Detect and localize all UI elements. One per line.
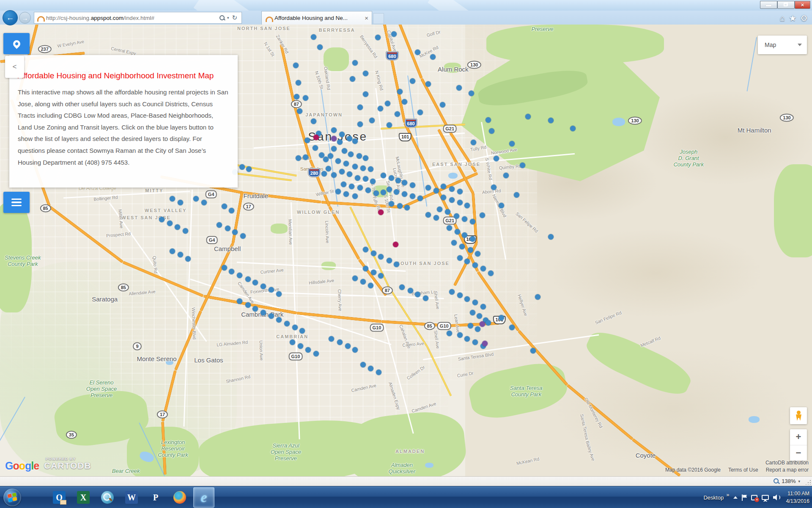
housing-project-dot[interactable] [352,276,358,281]
housing-project-dot[interactable] [357,185,363,190]
volume-speaker-icon[interactable] [773,494,780,500]
housing-project-dot[interactable] [468,323,473,329]
housing-project-dot[interactable] [261,310,266,315]
housing-project-dot[interactable] [304,138,310,143]
housing-project-dot[interactable] [489,128,494,134]
browser-tab[interactable]: Affordable Housing and Ne... × [261,11,372,25]
housing-project-dot[interactable] [464,336,470,342]
housing-project-dot[interactable] [415,292,420,297]
housing-project-dot[interactable] [183,228,188,234]
housing-project-dot[interactable] [475,251,480,257]
housing-project-dot[interactable] [355,175,360,181]
housing-project-dot[interactable] [342,148,347,154]
zoom-caret-icon[interactable]: ▾ [798,479,800,483]
housing-project-dot[interactable] [499,203,504,208]
housing-project-dot[interactable] [331,127,337,133]
home-icon[interactable]: ⌂ [780,14,785,23]
panel-collapse-button[interactable]: < [5,56,24,78]
housing-project-dot[interactable] [509,325,515,330]
housing-project-dot[interactable] [347,136,352,141]
housing-project-dot[interactable] [292,325,298,330]
taskbar-app-outlook[interactable]: O [49,487,70,508]
address-bar[interactable]: http://csj-housing.appspot.com/index.htm… [34,12,242,24]
cartodb-attribution-link[interactable]: CartoDB attribution [665,460,809,466]
housing-project-dot[interactable] [326,166,331,171]
new-tab-button[interactable] [373,13,384,24]
resize-grip[interactable] [806,479,811,485]
housing-project-dot[interactable] [447,225,452,231]
dropbox-tray-icon[interactable] [751,495,757,500]
housing-project-dot[interactable] [368,166,373,172]
housing-project-dot[interactable] [417,110,423,115]
housing-project-dot[interactable] [335,158,341,164]
close-button[interactable]: × [795,1,810,9]
housing-project-dot[interactable] [462,216,467,222]
housing-project-dot[interactable] [193,196,199,202]
tab-close-icon[interactable]: × [365,14,368,22]
forward-button[interactable]: → [19,12,31,24]
housing-project-dot[interactable] [357,105,363,110]
housing-project-dot[interactable] [375,35,381,40]
housing-project-dot[interactable] [464,296,470,302]
housing-project-dot[interactable] [389,201,394,207]
desktop-toolbar-label[interactable]: Desktop [703,494,724,501]
restore-button[interactable] [777,1,795,9]
housing-project-dot[interactable] [368,283,373,288]
housing-project-dot[interactable] [449,186,455,192]
housing-project-dot[interactable] [425,185,431,190]
housing-project-dot[interactable] [464,203,470,208]
housing-project-dot[interactable] [455,229,460,235]
minimize-button[interactable] [760,1,777,9]
housing-project-dot[interactable] [441,195,446,200]
housing-project-dot[interactable] [464,259,470,264]
housing-project-dot[interactable] [276,317,282,323]
housing-project-dot[interactable] [352,60,358,66]
housing-project-dot[interactable] [509,141,515,146]
housing-project-dot[interactable] [337,340,343,345]
housing-project-dot[interactable] [175,224,180,230]
housing-project-dot[interactable] [261,284,266,289]
zoom-in-button[interactable]: + [790,429,807,445]
taskbar-app-word[interactable]: W [121,487,142,508]
taskbar-app-ie[interactable]: e [193,487,214,508]
housing-project-dot[interactable] [520,163,525,168]
taskbar-app-explorer[interactable] [25,487,46,508]
housing-project-dot[interactable] [229,269,234,274]
housing-project-dot[interactable] [345,343,351,349]
housing-project-dot[interactable] [352,164,358,169]
housing-project-dot[interactable] [381,190,386,195]
housing-project-dot[interactable] [232,229,238,235]
housing-project-dot[interactable] [185,256,191,262]
housing-project-dot[interactable] [347,171,352,177]
housing-project-dot[interactable] [397,203,403,209]
housing-project-dot[interactable] [494,156,499,161]
housing-project-dot[interactable] [472,262,478,268]
housing-project-dot[interactable] [296,80,301,86]
taskbar-clock[interactable]: 11:00 AM 4/13/2016 [786,490,809,505]
housing-project-dot[interactable] [313,351,319,356]
search-icon[interactable] [219,15,225,20]
housing-project-dot[interactable] [488,271,494,276]
housing-project-dot[interactable] [323,157,329,162]
housing-project-dot[interactable] [385,101,390,106]
housing-project-dot[interactable] [365,188,371,193]
housing-project-dot[interactable] [159,217,165,222]
housing-project-dot[interactable] [376,370,381,375]
refresh-icon[interactable]: ↻ [232,14,237,22]
housing-project-dot[interactable] [457,332,463,338]
housing-project-dot[interactable] [457,293,463,298]
housing-project-dot[interactable] [404,205,410,210]
action-center-flag-icon[interactable] [742,494,747,501]
housing-project-dot[interactable] [570,126,576,131]
report-map-error-link[interactable]: Report a map error [766,467,809,473]
housing-project-dot[interactable] [363,155,368,161]
housing-project-dot[interactable] [457,189,463,194]
layers-menu-button[interactable] [3,192,30,213]
url-text[interactable]: http://csj-housing.appspot.com/index.htm… [46,15,218,21]
housing-project-dot[interactable] [303,95,308,101]
taskbar-app-powerpoint[interactable]: P [145,487,166,508]
housing-project-dot[interactable] [423,295,428,301]
housing-project-dot[interactable] [170,196,175,202]
housing-project-dot[interactable] [343,191,349,197]
search-caret-icon[interactable]: ▾ [227,16,229,20]
